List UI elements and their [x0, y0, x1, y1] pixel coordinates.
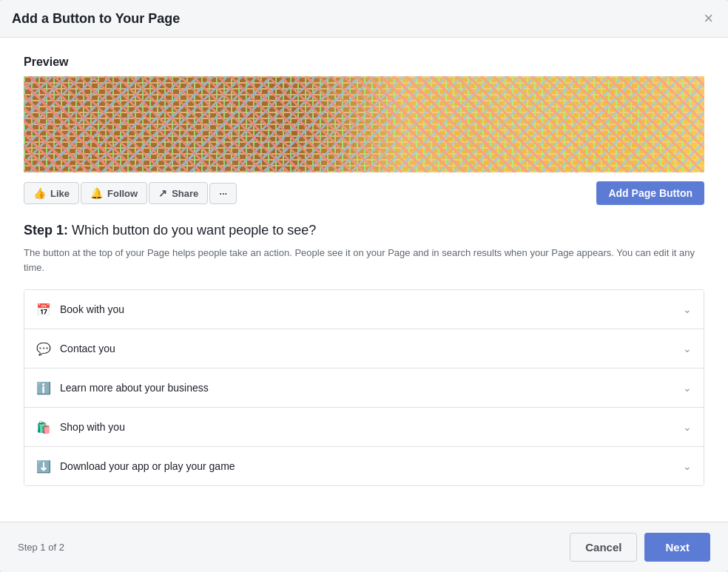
options-list: 📅 Book with you ⌄ 💬 Contact you ⌄ ℹ️ Lea… [24, 289, 704, 486]
option-left-4: ⬇️ Download your app or play your game [36, 459, 235, 474]
option-item-3[interactable]: 🛍️ Shop with you ⌄ [24, 408, 704, 447]
footer-buttons: Cancel Next [570, 533, 710, 562]
chevron-down-icon-2: ⌄ [683, 382, 692, 394]
close-button[interactable]: × [701, 10, 716, 27]
add-page-button[interactable]: Add Page Button [596, 181, 704, 205]
step-indicator: Step 1 of 2 [18, 542, 64, 553]
option-item-0[interactable]: 📅 Book with you ⌄ [24, 290, 704, 329]
step-title-bold: Step 1: [24, 223, 68, 238]
more-label: ··· [219, 188, 227, 199]
contact-icon: 💬 [36, 341, 51, 356]
step-description: The button at the top of your Page helps… [24, 246, 704, 275]
modal-title: Add a Button to Your Page [12, 11, 180, 27]
option-label-2: Learn more about your business [60, 382, 209, 394]
share-label: Share [172, 188, 198, 199]
option-left-3: 🛍️ Shop with you [36, 420, 125, 434]
modal-body: Preview 👍 Like 🔔 Follow ↗ Share ··· Add … [0, 38, 728, 522]
calendar-icon: 📅 [36, 302, 51, 317]
preview-label: Preview [24, 55, 704, 69]
download-icon: ⬇️ [36, 459, 51, 474]
share-icon: ↗ [158, 187, 167, 199]
cancel-button[interactable]: Cancel [570, 533, 637, 562]
option-item-1[interactable]: 💬 Contact you ⌄ [24, 329, 704, 369]
option-left-1: 💬 Contact you [36, 341, 115, 356]
sprinkles-overlay [24, 76, 704, 172]
page-actions-bar: 👍 Like 🔔 Follow ↗ Share ··· Add Page But… [24, 181, 704, 205]
like-icon: 👍 [33, 187, 46, 199]
info-icon: ℹ️ [36, 380, 51, 395]
option-label-1: Contact you [60, 343, 115, 354]
option-label-3: Shop with you [60, 421, 125, 433]
like-button[interactable]: 👍 Like [24, 182, 79, 204]
chevron-down-icon-3: ⌄ [683, 421, 692, 433]
option-left-2: ℹ️ Learn more about your business [36, 380, 209, 395]
follow-button[interactable]: 🔔 Follow [81, 182, 147, 204]
option-item-2[interactable]: ℹ️ Learn more about your business ⌄ [24, 369, 704, 408]
option-item-4[interactable]: ⬇️ Download your app or play your game ⌄ [24, 447, 704, 485]
chevron-down-icon-1: ⌄ [683, 343, 692, 354]
follow-label: Follow [107, 188, 138, 199]
share-button[interactable]: ↗ Share [149, 182, 208, 204]
chevron-down-icon-0: ⌄ [683, 303, 692, 315]
next-button[interactable]: Next [644, 533, 710, 562]
more-button[interactable]: ··· [209, 183, 237, 204]
modal-footer: Step 1 of 2 Cancel Next [0, 522, 728, 572]
option-label-0: Book with you [60, 303, 124, 315]
shop-icon: 🛍️ [36, 420, 51, 434]
step-title: Step 1: Which button do you want people … [24, 223, 704, 238]
preview-image [24, 76, 704, 172]
like-label: Like [50, 188, 70, 199]
chevron-down-icon-4: ⌄ [683, 460, 692, 472]
modal-header: Add a Button to Your Page × [0, 0, 728, 38]
add-button-modal: Add a Button to Your Page × Preview 👍 Li… [0, 0, 728, 572]
follow-icon: 🔔 [90, 187, 103, 199]
option-label-4: Download your app or play your game [60, 460, 235, 472]
option-left-0: 📅 Book with you [36, 302, 124, 317]
step-title-rest: Which button do you want people to see? [68, 223, 316, 238]
